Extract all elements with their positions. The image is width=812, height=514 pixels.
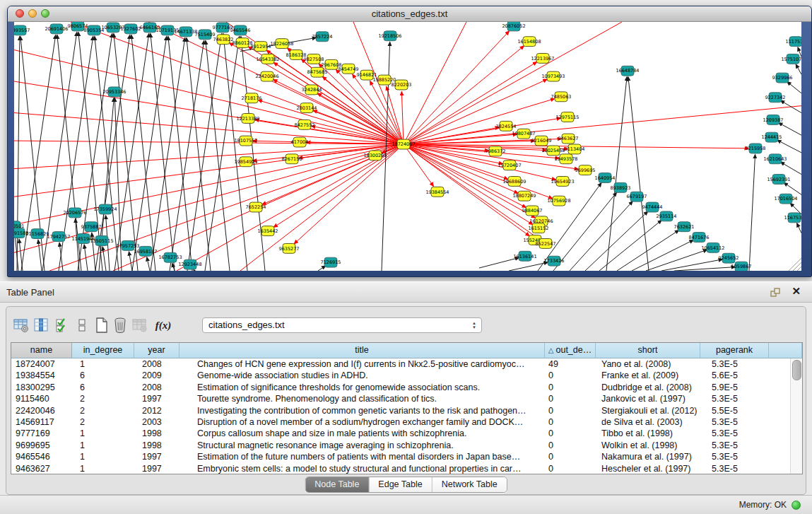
cell-out_de: 0 [545,463,596,474]
cell-name: 22420046 [11,405,72,416]
row-mode-button[interactable] [73,315,91,335]
svg-text:10973493: 10973493 [541,74,565,79]
column-header-pagerank[interactable]: pagerank [700,343,769,358]
node-table: namein_degreeyeartitle△out_de…shortpager… [11,342,803,474]
cell-out_de: 0 [545,370,596,381]
svg-text:7652254: 7652254 [246,204,266,210]
svg-text:3824554: 3824554 [496,124,517,129]
table-panel-title: Table Panel [6,282,54,303]
svg-text:1640954: 1640954 [595,175,616,181]
table-row[interactable]: 1830029562008Estimation of significance … [11,382,802,393]
table-row[interactable]: 1872400712008Changes of HCN gene express… [11,358,802,370]
cell-out_de: 0 [545,382,596,393]
svg-text:10688609: 10688609 [502,179,526,185]
svg-text:18226058: 18226058 [270,41,293,47]
tab-edge-table[interactable]: Edge Table [369,477,432,492]
svg-text:19384554: 19384554 [425,189,449,195]
table-row[interactable]: 946554611997Estimation of the future num… [11,451,802,462]
table-mode-icon [13,317,30,334]
cell-name: 9777169 [11,428,72,439]
create-new-column-button[interactable] [93,315,111,335]
cell-short: Jankovic et al. (1997) [596,393,700,404]
table-row[interactable]: 1938455462009Genome-wide association stu… [11,370,802,381]
svg-text:9245652: 9245652 [719,256,739,262]
svg-text:20953346: 20953346 [102,89,126,95]
column-header-in_degree[interactable]: in_degree [72,343,134,358]
svg-text:16136141: 16136141 [513,254,536,259]
svg-text:20206576: 20206576 [63,210,86,216]
resize-grip-icon [789,258,801,271]
svg-text:1615152: 1615152 [529,226,549,231]
cell-title: Tourette syndrome. Phenomenology and cla… [180,393,545,404]
svg-text:15720407: 15720407 [498,163,521,168]
svg-text:3113404: 3113404 [565,146,585,152]
cell-title: Estimation of the future numbers of pati… [180,451,545,462]
cell-year: 2008 [134,358,180,370]
vertical-scrollbar[interactable] [790,358,802,474]
svg-text:9329966: 9329966 [772,75,793,81]
column-header-short[interactable]: short [596,343,700,358]
tab-network-table[interactable]: Network Table [433,477,507,492]
cell-short: Hescheler et al. (1997) [596,463,700,474]
cell-out_de: 0 [545,440,596,451]
network-window-titlebar[interactable]: citations_edges.txt [8,6,811,22]
select-columns-button[interactable] [53,315,71,335]
cell-title: Disruption of a novel member of a sodium… [180,416,545,428]
delete-table-button[interactable] [131,315,149,335]
table-mode-button[interactable] [12,315,30,335]
table-selector-combobox[interactable]: citations_edges.txt ▲▼ [202,317,482,333]
cell-name: 9115460 [11,393,72,404]
table-row[interactable]: 2242004622012Investigating the contribut… [11,405,802,416]
svg-text:16648784: 16648784 [616,69,639,74]
svg-text:19654923: 19654923 [551,179,574,185]
column-header-title[interactable]: title [180,343,545,358]
svg-text:8471676: 8471676 [689,235,710,240]
svg-text:10807487: 10807487 [512,132,535,137]
cell-pagerank: 5.3E-5 [700,451,769,462]
sort-ascending-icon: △ [548,346,554,354]
cell-year: 2008 [134,382,180,393]
close-panel-icon[interactable]: ✕ [792,285,801,298]
svg-text:18724007: 18724007 [392,141,415,147]
svg-text:1117534: 1117534 [786,39,801,45]
screen: citations_edges.txt 18724007746382288601… [0,0,812,514]
cell-in_degree: 1 [72,463,134,474]
show-column-button[interactable] [32,315,50,335]
table-row[interactable]: 969969511998Structural magnetic resonanc… [11,440,802,451]
float-panel-icon[interactable] [770,287,781,298]
table-row[interactable]: 946362711997Embryonic stem cells: a mode… [11,463,802,474]
cell-name: 9463627 [11,463,72,474]
scrollbar-thumb[interactable] [792,360,801,380]
svg-text:1635442: 1635442 [258,228,278,234]
cell-name: 19384554 [11,370,72,381]
cell-year: 1998 [134,428,180,439]
svg-text:21156829: 21156829 [25,231,49,237]
cell-out_de: 0 [545,393,596,404]
table-row[interactable]: 911546021997Tourette syndrome. Phenomeno… [11,393,802,404]
svg-text:8454749: 8454749 [339,66,359,72]
delete-columns-button[interactable] [111,315,129,335]
cell-title: Changes of HCN gene expression and I(f) … [180,358,545,370]
table-row[interactable]: 977716911998Corpus callosum shape and si… [11,428,802,439]
column-header-out_de[interactable]: △out_de… [545,343,596,358]
cell-pagerank: 5.3E-5 [700,440,769,451]
select-columns-icon [54,317,71,334]
column-header-name[interactable]: name [11,343,72,358]
network-canvas[interactable]: 1872400774638228860128891295418226058165… [14,22,801,271]
svg-text:7986372: 7986372 [486,148,506,154]
show-column-icon [33,317,49,334]
svg-text:17359924: 17359924 [93,206,117,212]
cell-year: 2003 [134,416,180,428]
svg-text:1209387: 1209387 [763,117,784,123]
function-builder-button[interactable]: f(x) [152,315,175,335]
table-row[interactable]: 1456911722003Disruption of a novel membe… [11,416,802,428]
table-tabs: Node TableEdge TableNetwork Table [305,477,507,493]
tab-node-table[interactable]: Node Table [305,477,369,492]
column-header-year[interactable]: year [134,343,180,358]
cell-title: Genome-wide association studies in ADHD. [180,370,545,381]
svg-text:9465546: 9465546 [230,28,251,33]
svg-text:7857224: 7857224 [312,34,333,40]
svg-text:16543382: 16543382 [256,57,279,62]
svg-text:8427552: 8427552 [295,122,315,128]
svg-text:8522547: 8522547 [536,241,556,247]
